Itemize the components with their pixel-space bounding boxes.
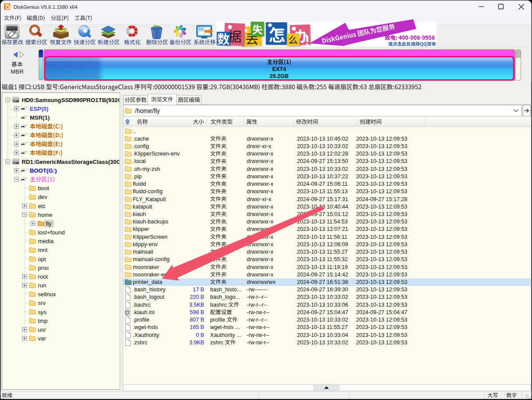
svg-text:fluidd: fluidd bbox=[133, 181, 146, 187]
svg-text:2023-10-13 12:09:53: 2023-10-13 12:09:53 bbox=[356, 211, 408, 217]
svg-text:var: var bbox=[38, 335, 46, 342]
svg-text:-rw-------: -rw------- bbox=[247, 287, 267, 293]
svg-text:FLY_Katapult: FLY_Katapult bbox=[133, 196, 166, 202]
svg-text:media: media bbox=[38, 238, 54, 244]
svg-text:.zshrc: .zshrc bbox=[133, 340, 148, 346]
svg-text:bashrc: bashrc bbox=[210, 302, 228, 308]
svg-text:2023-10-13 12:09:53: 2023-10-13 12:09:53 bbox=[356, 317, 408, 323]
svg-text:2023-10-13 10:33:02: 2023-10-13 10:33:02 bbox=[297, 340, 348, 346]
svg-text:2024-09-27 16:51:38: 2024-09-27 16:51:38 bbox=[297, 279, 348, 285]
svg-text:2023-10-13 10:33:02: 2023-10-13 10:33:02 bbox=[297, 143, 348, 149]
svg-text:drwxrwxr-x: drwxrwxr-x bbox=[247, 136, 274, 142]
svg-text:mnt: mnt bbox=[38, 247, 48, 253]
svg-text:klipper: klipper bbox=[133, 226, 149, 232]
svg-text:.profile: .profile bbox=[133, 317, 149, 323]
svg-text:ESP(0): ESP(0) bbox=[30, 106, 49, 112]
svg-text:drwxrwxr-x: drwxrwxr-x bbox=[247, 249, 274, 255]
svg-text:katapult: katapult bbox=[133, 204, 153, 210]
svg-text:.cache: .cache bbox=[133, 136, 149, 142]
svg-text:RD1:GenericMassStorageClass(30: RD1:GenericMassStorageClass(30GB) bbox=[22, 159, 127, 165]
svg-text:2023-10-13 12:09:53: 2023-10-13 12:09:53 bbox=[356, 204, 408, 210]
svg-text:2023-10-13 11:55:27: 2023-10-13 11:55:27 bbox=[297, 324, 348, 330]
svg-text:2023-10-13 11:55:13: 2023-10-13 11:55:13 bbox=[297, 188, 348, 195]
svg-text:wget-hsts ...: wget-hsts ... bbox=[210, 324, 240, 330]
svg-text:drwxrwxr-x: drwxrwxr-x bbox=[247, 173, 274, 180]
svg-text:2023-10-13 12:09:53: 2023-10-13 12:09:53 bbox=[356, 332, 408, 338]
svg-text:2024-09-27 15:17:31: 2024-09-27 15:17:31 bbox=[297, 196, 348, 202]
svg-text:drwxrwxr-x: drwxrwxr-x bbox=[247, 211, 274, 217]
svg-text:2023-10-13 12:09:53: 2023-10-13 12:09:53 bbox=[356, 340, 408, 346]
svg-text:2023-10-13 10:45:02: 2023-10-13 10:45:02 bbox=[297, 136, 348, 142]
svg-text:.bashrc: .bashrc bbox=[133, 302, 151, 308]
svg-text:EXT4: EXT4 bbox=[272, 66, 286, 72]
svg-text:.wget-hsts: .wget-hsts bbox=[133, 324, 158, 330]
svg-text:srv: srv bbox=[38, 300, 46, 306]
svg-text:.local: .local bbox=[133, 158, 145, 164]
svg-text:2023-10-13 12:09:53: 2023-10-13 12:09:53 bbox=[356, 166, 408, 172]
svg-text:2023-10-13 11:55:32: 2023-10-13 11:55:32 bbox=[297, 256, 348, 262]
svg-text:2023-10-13 10:33:06: 2023-10-13 10:33:06 bbox=[297, 302, 348, 308]
svg-text:kiauh: kiauh bbox=[133, 211, 146, 217]
svg-text:opt: opt bbox=[38, 256, 46, 262]
svg-text:2023-10-13 12:02:28: 2023-10-13 12:02:28 bbox=[297, 151, 348, 157]
svg-text:2023-10-13 12:09:53: 2023-10-13 12:09:53 bbox=[356, 136, 408, 142]
svg-text:3.9KB: 3.9KB bbox=[189, 340, 204, 346]
svg-text:drwxrwxr-x: drwxrwxr-x bbox=[247, 272, 274, 278]
svg-text:2023-10-13 12:09:53: 2023-10-13 12:09:53 bbox=[356, 294, 408, 300]
svg-text:.kiauh.ini: .kiauh.ini bbox=[133, 309, 155, 315]
svg-text:2023-10-13 12:09:53: 2023-10-13 12:09:53 bbox=[356, 249, 408, 255]
svg-text:kiauh-backups: kiauh-backups bbox=[133, 219, 168, 225]
svg-text:bash_histo...: bash_histo... bbox=[210, 287, 241, 293]
svg-text:drwxrwxr-x: drwxrwxr-x bbox=[247, 158, 274, 164]
svg-text:.KlipperScreen-env: .KlipperScreen-env bbox=[133, 151, 180, 157]
svg-text:0 B: 0 B bbox=[196, 332, 204, 338]
svg-text:sys: sys bbox=[38, 309, 47, 315]
svg-text:2023-10-13 12:07:21: 2023-10-13 12:07:21 bbox=[297, 226, 348, 232]
svg-text:drwxrwxrwx: drwxrwxrwx bbox=[247, 279, 276, 285]
svg-text:2024-09-27 15:04:47: 2024-09-27 15:04:47 bbox=[356, 309, 408, 315]
svg-text:printer_data: printer_data bbox=[133, 279, 162, 285]
svg-text:MSR(1): MSR(1) bbox=[30, 114, 50, 121]
svg-text:/home/fly: /home/fly bbox=[135, 107, 160, 114]
svg-text:root: root bbox=[38, 273, 48, 280]
svg-text:2023-10-13 12:09:53: 2023-10-13 12:09:53 bbox=[356, 158, 408, 164]
svg-text:2023-10-13 11:56:11: 2023-10-13 11:56:11 bbox=[297, 234, 348, 240]
svg-text:drwxr-xr-x: drwxr-xr-x bbox=[247, 143, 272, 149]
svg-text:drwxrwxr-x: drwxrwxr-x bbox=[247, 204, 274, 210]
svg-text:807 B: 807 B bbox=[190, 317, 204, 323]
svg-text:165 B: 165 B bbox=[190, 324, 204, 330]
svg-text:lost+found: lost+found bbox=[38, 229, 65, 236]
svg-text:2023-10-13 12:09:53: 2023-10-13 12:09:53 bbox=[356, 151, 408, 157]
svg-text:2023-10-13 12:09:53: 2023-10-13 12:09:53 bbox=[356, 264, 408, 270]
svg-text:mainsail: mainsail bbox=[133, 249, 153, 255]
svg-text:drwxrwxr-x: drwxrwxr-x bbox=[247, 166, 274, 172]
svg-text:drwxrwxr-x: drwxrwxr-x bbox=[247, 264, 274, 270]
svg-text:dev: dev bbox=[38, 194, 48, 200]
svg-text:2023-10-13 10:33:02: 2023-10-13 10:33:02 bbox=[297, 317, 348, 323]
svg-text:2023-10-13 12:09:53: 2023-10-13 12:09:53 bbox=[356, 272, 408, 278]
svg-text:drwxrwxr-x: drwxrwxr-x bbox=[247, 181, 274, 187]
svg-text:2023-10-13 12:09:53: 2023-10-13 12:09:53 bbox=[356, 256, 408, 262]
svg-text:-rw-rw-r--: -rw-rw-r-- bbox=[247, 332, 270, 338]
svg-text:-rw-r--r--: -rw-r--r-- bbox=[247, 302, 267, 308]
svg-text:..: .. bbox=[133, 128, 136, 135]
svg-text:220 B: 220 B bbox=[190, 294, 204, 300]
svg-text:2023-10-13 12:09:53: 2023-10-13 12:09:53 bbox=[356, 279, 408, 285]
svg-text:598 B: 598 B bbox=[190, 309, 204, 315]
svg-text:2023-10-13 12:09:53: 2023-10-13 12:09:53 bbox=[356, 143, 408, 149]
svg-text:.bash_logout: .bash_logout bbox=[133, 294, 165, 300]
svg-text:2023-10-13 12:09:53: 2023-10-13 12:09:53 bbox=[356, 219, 408, 225]
svg-text:tmp: tmp bbox=[38, 318, 48, 324]
svg-text:-rw-rw-r--: -rw-rw-r-- bbox=[247, 324, 270, 330]
svg-text:2023-10-13 12:09:53: 2023-10-13 12:09:53 bbox=[356, 302, 408, 308]
svg-text:mainsail-config: mainsail-config bbox=[133, 256, 170, 262]
svg-text:etc: etc bbox=[38, 203, 46, 209]
svg-text:fluidd-config: fluidd-config bbox=[133, 188, 163, 195]
svg-text:2023-10-13 12:09:53: 2023-10-13 12:09:53 bbox=[356, 234, 408, 240]
svg-text:-rw-r--r--: -rw-r--r-- bbox=[247, 294, 267, 300]
svg-text:.Xauthority: .Xauthority bbox=[133, 332, 160, 338]
svg-text:proc: proc bbox=[38, 265, 50, 271]
svg-text:BOOT(G:): BOOT(G:) bbox=[30, 167, 57, 174]
svg-text:2023-10-13 12:09:53: 2023-10-13 12:09:53 bbox=[356, 173, 408, 180]
svg-text:2024-09-27 15:13:50: 2024-09-27 15:13:50 bbox=[297, 158, 348, 164]
